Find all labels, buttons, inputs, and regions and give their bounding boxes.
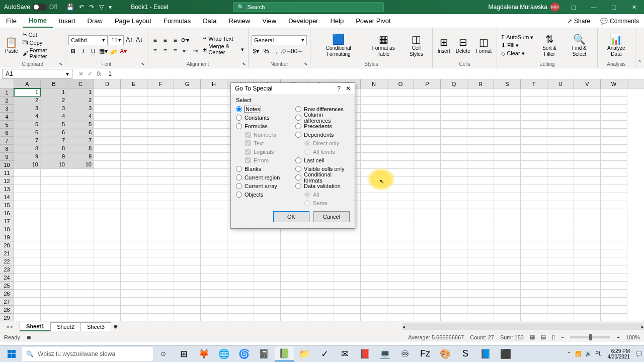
cell[interactable] [334,265,361,274]
cell[interactable] [521,193,547,201]
sheet-tab-3[interactable]: Sheet3 [80,322,111,331]
column-header[interactable]: E [121,79,147,88]
cell[interactable] [201,265,227,274]
cell[interactable] [387,265,414,274]
row-header[interactable]: 18 [0,225,14,233]
cell[interactable] [574,113,601,121]
cell[interactable] [387,249,414,257]
cell[interactable] [414,185,441,193]
cell[interactable] [601,257,627,265]
cell[interactable] [467,145,494,153]
cell[interactable] [361,145,387,153]
cell[interactable] [387,161,414,169]
align-center-icon[interactable]: ≡ [160,46,170,55]
cell[interactable] [494,97,521,105]
cell[interactable] [414,88,441,97]
align-top-icon[interactable]: ≡ [150,36,159,45]
cell[interactable] [467,129,494,137]
cell[interactable] [201,209,227,217]
row-header[interactable]: 13 [0,185,14,193]
cell[interactable] [547,233,574,241]
font-name-combo[interactable]: Calibri▾ [68,35,108,45]
cell[interactable]: 4 [41,113,67,121]
tab-developer[interactable]: Developer [282,14,324,28]
cell[interactable] [521,249,547,257]
cell[interactable] [361,105,387,113]
cell[interactable] [174,145,201,153]
cell[interactable] [574,137,601,145]
cell[interactable]: 10 [41,161,67,169]
cell[interactable] [94,282,121,290]
cell[interactable] [121,121,147,129]
cell[interactable] [67,185,94,193]
cancel-formula-icon[interactable]: ✕ [78,70,84,77]
cell[interactable] [307,314,334,321]
cell[interactable] [121,306,147,314]
cell[interactable] [121,137,147,145]
cell[interactable] [201,201,227,209]
cell[interactable] [467,121,494,129]
cell[interactable] [521,201,547,209]
cell[interactable]: 6 [41,129,67,137]
radio-last-cell[interactable]: Last cell [295,156,350,164]
cell[interactable] [94,314,121,321]
cell[interactable] [334,298,361,306]
cell[interactable] [147,265,174,274]
cell[interactable] [361,249,387,257]
radio-current-array[interactable]: Current array [236,182,290,190]
cell[interactable] [361,97,387,105]
visualstudio-icon[interactable]: ♾ [395,346,415,361]
cell[interactable] [67,201,94,209]
cell[interactable] [521,145,547,153]
cell[interactable] [387,105,414,113]
cell[interactable] [121,290,147,298]
language-icon[interactable]: PL [595,351,601,356]
radio-notes[interactable]: Notes [236,105,290,113]
cell[interactable] [521,129,547,137]
cell[interactable] [307,306,334,314]
cell[interactable] [467,241,494,249]
cell[interactable] [307,274,334,282]
cell[interactable] [254,282,281,290]
cell[interactable] [121,298,147,306]
cell[interactable] [521,121,547,129]
cell[interactable] [174,153,201,161]
cell[interactable] [147,306,174,314]
cell[interactable] [361,233,387,241]
cell[interactable]: 8 [67,145,94,153]
cell[interactable] [94,306,121,314]
cell[interactable] [441,209,467,217]
column-header[interactable]: N [361,79,387,88]
cell[interactable] [574,265,601,274]
skype-icon[interactable]: S [456,346,475,361]
cell[interactable] [201,129,227,137]
cell[interactable] [94,177,121,185]
cell[interactable] [174,161,201,169]
cell[interactable] [201,153,227,161]
cell[interactable]: 7 [67,137,94,145]
cell[interactable] [201,161,227,169]
cell[interactable] [174,217,201,225]
cell[interactable] [521,274,547,282]
cell[interactable] [601,209,627,217]
cell[interactable] [441,241,467,249]
cell[interactable] [147,193,174,201]
cell[interactable] [174,274,201,282]
cell[interactable] [387,282,414,290]
cell[interactable] [387,193,414,201]
cell[interactable] [121,129,147,137]
cell[interactable] [281,282,307,290]
cell[interactable] [521,306,547,314]
cell[interactable] [601,105,627,113]
cell[interactable] [521,97,547,105]
cell[interactable]: 8 [41,145,67,153]
row-header[interactable]: 17 [0,217,14,225]
row-header[interactable]: 9 [0,153,14,161]
firefox-icon[interactable]: 🦊 [194,346,213,361]
cell[interactable] [254,298,281,306]
row-header[interactable]: 27 [0,298,14,306]
cell[interactable] [387,201,414,209]
ribbon-options-icon[interactable]: ▢ [564,0,584,14]
column-header[interactable]: R [467,79,494,88]
cell[interactable] [574,249,601,257]
